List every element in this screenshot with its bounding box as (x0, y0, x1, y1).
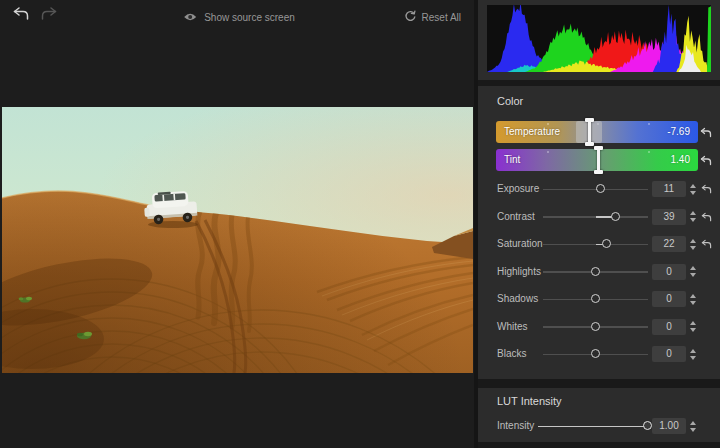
adjustment-label: Contrast (497, 209, 535, 225)
reset-icon[interactable] (699, 181, 713, 197)
stepper-up-icon[interactable] (690, 421, 696, 425)
value-box[interactable]: 0 (652, 291, 686, 307)
tint-value: 1.40 (671, 149, 690, 171)
reset-all-icon (404, 8, 416, 26)
stepper[interactable] (688, 236, 697, 252)
adjustment-row-shadows: Shadows 0 (478, 291, 720, 307)
reset-all-label: Reset All (422, 12, 461, 23)
color-section: Color Temperature -7.69 Tint 1.40 Exposu… (478, 86, 720, 379)
show-source-button[interactable]: Show source screen (183, 8, 295, 26)
undo-button[interactable] (12, 6, 30, 25)
stepper-up-icon[interactable] (690, 184, 696, 188)
intensity-label: Intensity (497, 418, 534, 434)
toolbar: Show source screen Reset All (0, 0, 474, 30)
stepper-up-icon[interactable] (690, 239, 696, 243)
value-box[interactable]: 11 (652, 181, 686, 197)
slider-handle[interactable] (611, 212, 620, 221)
temperature-handle[interactable] (585, 118, 594, 146)
value-box[interactable]: 0 (652, 346, 686, 362)
temperature-reset-icon[interactable] (699, 124, 713, 140)
slider-track[interactable] (543, 216, 648, 218)
slider-handle[interactable] (596, 184, 605, 193)
temperature-label: Temperature (504, 121, 560, 143)
slider-handle[interactable] (602, 239, 611, 248)
stepper-up-icon[interactable] (690, 211, 696, 215)
reset-icon[interactable] (699, 209, 713, 225)
lut-intensity-row: Intensity 1.00 (478, 418, 720, 434)
image-preview (2, 107, 473, 373)
adjustment-label: Whites (497, 319, 528, 335)
value-box[interactable]: 1.00 (652, 418, 686, 434)
stepper[interactable] (688, 264, 697, 280)
slider-fill (538, 426, 648, 428)
slider-track[interactable] (543, 244, 648, 246)
adjustments-panel: Color Temperature -7.69 Tint 1.40 Exposu… (478, 0, 720, 448)
adjustment-row-whites: Whites 0 (478, 319, 720, 335)
slider-track[interactable] (538, 426, 648, 428)
desert-photo (2, 107, 473, 373)
stepper[interactable] (688, 346, 697, 362)
stepper[interactable] (688, 319, 697, 335)
stepper[interactable] (688, 418, 697, 434)
lut-section-title: LUT Intensity (497, 395, 562, 407)
stepper[interactable] (688, 209, 697, 225)
adjustment-row-blacks: Blacks 0 (478, 346, 720, 362)
stepper-down-icon[interactable] (690, 191, 696, 195)
histogram-card (478, 0, 720, 80)
stepper-down-icon[interactable] (690, 301, 696, 305)
stepper[interactable] (688, 181, 697, 197)
redo-button[interactable] (40, 6, 58, 25)
stepper-up-icon[interactable] (690, 266, 696, 270)
value-box[interactable]: 22 (652, 236, 686, 252)
lut-section: LUT Intensity Intensity 1.00 (478, 388, 720, 442)
slider-handle[interactable] (591, 349, 600, 358)
slider-track[interactable] (543, 189, 648, 191)
eye-icon (183, 8, 197, 26)
adjustment-label: Exposure (497, 181, 539, 197)
adjustment-label: Highlights (497, 264, 541, 280)
adjustment-label: Shadows (497, 291, 538, 307)
color-section-title: Color (497, 95, 523, 107)
tint-slider[interactable]: Tint 1.40 (496, 149, 698, 171)
slider-handle[interactable] (591, 322, 600, 331)
adjustment-row-exposure: Exposure 11 (478, 181, 720, 197)
adjustment-row-saturation: Saturation 22 (478, 236, 720, 252)
slider-handle[interactable] (591, 294, 600, 303)
adjustment-label: Saturation (497, 236, 543, 252)
stepper-down-icon[interactable] (690, 246, 696, 250)
adjustment-row-highlights: Highlights 0 (478, 264, 720, 280)
adjustment-label: Blacks (497, 346, 526, 362)
slider-track[interactable] (543, 326, 648, 328)
stepper-down-icon[interactable] (690, 428, 696, 432)
value-box[interactable]: 39 (652, 209, 686, 225)
redo-icon (40, 7, 58, 24)
editor-area: Show source screen Reset All (0, 0, 474, 448)
stepper-down-icon[interactable] (690, 218, 696, 222)
adjustment-row-contrast: Contrast 39 (478, 209, 720, 225)
reset-all-button[interactable]: Reset All (404, 8, 461, 26)
tint-handle[interactable] (594, 146, 603, 174)
stepper-up-icon[interactable] (690, 321, 696, 325)
temperature-slider[interactable]: Temperature -7.69 (496, 121, 698, 143)
undo-icon (12, 7, 30, 24)
stepper-up-icon[interactable] (690, 294, 696, 298)
show-source-label: Show source screen (204, 12, 295, 23)
stepper-down-icon[interactable] (690, 356, 696, 360)
slider-track[interactable] (543, 354, 648, 356)
tint-reset-icon[interactable] (699, 152, 713, 168)
stepper-up-icon[interactable] (690, 349, 696, 353)
temperature-value: -7.69 (667, 121, 690, 143)
tint-label: Tint (504, 149, 520, 171)
reset-icon[interactable] (699, 236, 713, 252)
stepper[interactable] (688, 291, 697, 307)
value-box[interactable]: 0 (652, 319, 686, 335)
slider-track[interactable] (543, 299, 648, 301)
slider-handle[interactable] (591, 267, 600, 276)
stepper-down-icon[interactable] (690, 328, 696, 332)
value-box[interactable]: 0 (652, 264, 686, 280)
rgb-histogram (487, 5, 711, 72)
slider-handle[interactable] (643, 421, 652, 430)
slider-track[interactable] (543, 271, 648, 273)
stepper-down-icon[interactable] (690, 273, 696, 277)
